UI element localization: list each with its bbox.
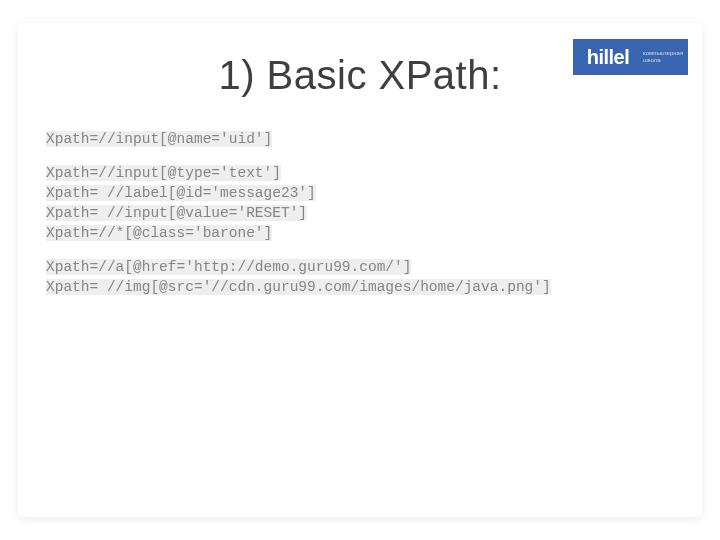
code-line: Xpath= //input[@value='RESET'] — [46, 203, 674, 223]
code-line: Xpath= //label[@id='message23'] — [46, 183, 674, 203]
code-block-3: Xpath=//a[@href='http://demo.guru99.com/… — [46, 257, 674, 297]
code-line: Xpath=//input[@name='uid'] — [46, 129, 674, 149]
slide-card: 1) Basic XPath: hillel компьютерная школ… — [18, 23, 702, 517]
code-content: Xpath=//input[@name='uid'] Xpath=//input… — [46, 129, 674, 301]
code-text: Xpath= //label[@id='message23'] — [46, 185, 316, 201]
code-text: Xpath=//input[@name='uid'] — [46, 131, 272, 147]
code-line: Xpath= //img[@src='//cdn.guru99.com/imag… — [46, 277, 674, 297]
code-line: Xpath=//a[@href='http://demo.guru99.com/… — [46, 257, 674, 277]
code-line: Xpath=//*[@class='barone'] — [46, 223, 674, 243]
logo-sub-line1: компьютерная — [643, 50, 685, 57]
logo-sub-line2: школа — [643, 57, 685, 64]
brand-logo: hillel компьютерная школа — [573, 39, 688, 75]
code-text: Xpath= //input[@value='RESET'] — [46, 205, 307, 221]
code-line: Xpath=//input[@type='text'] — [46, 163, 674, 183]
code-text: Xpath= //img[@src='//cdn.guru99.com/imag… — [46, 279, 551, 295]
code-block-1: Xpath=//input[@name='uid'] — [46, 129, 674, 149]
code-block-2: Xpath=//input[@type='text'] Xpath= //lab… — [46, 163, 674, 243]
code-text: Xpath=//*[@class='barone'] — [46, 225, 272, 241]
code-text: Xpath=//input[@type='text'] — [46, 165, 281, 181]
logo-text: hillel — [573, 39, 643, 75]
logo-subtitle: компьютерная школа — [643, 39, 688, 75]
code-text: Xpath=//a[@href='http://demo.guru99.com/… — [46, 259, 411, 275]
